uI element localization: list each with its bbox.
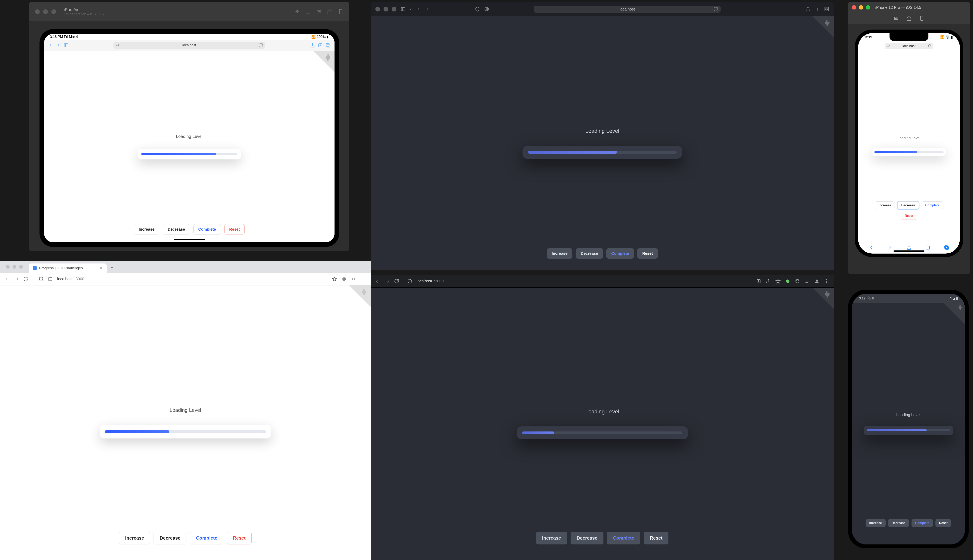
complete-button[interactable]: Complete [606,248,634,258]
home-icon[interactable] [327,9,333,14]
increase-button[interactable]: Increase [119,532,150,545]
share-icon[interactable] [806,7,811,12]
rotate-icon[interactable] [919,16,925,21]
complete-button[interactable]: Complete [911,519,933,527]
menu-icon[interactable] [824,278,829,284]
reset-button[interactable]: Reset [901,212,917,220]
bookmarks-icon[interactable] [925,245,930,250]
share-icon[interactable] [906,245,911,250]
new-tab-button[interactable]: + [107,265,117,273]
refresh-icon[interactable] [258,43,263,48]
reader-aa-icon[interactable]: aA [887,44,890,47]
increase-button[interactable]: Increase [536,532,567,545]
site-info-icon[interactable] [48,277,53,282]
url-field[interactable]: localhost [534,6,721,13]
forward-icon[interactable] [425,7,430,12]
pin-icon[interactable] [294,9,300,14]
home-icon[interactable] [906,16,911,21]
screenshot-icon[interactable] [894,16,899,21]
profile-icon[interactable] [814,278,819,284]
sidebar-icon[interactable] [64,43,69,48]
complete-button[interactable]: Complete [190,532,223,545]
increase-button[interactable]: Increase [875,202,895,209]
address-field[interactable]: localhost:3000 [416,279,444,283]
tabs-icon[interactable] [326,43,331,48]
close-window-icon[interactable] [852,5,856,10]
minimize-window-icon[interactable] [384,7,388,12]
site-info-icon[interactable] [407,278,412,284]
tabs-overview-icon[interactable] [824,7,829,12]
new-tab-icon[interactable] [815,7,820,12]
back-icon[interactable] [5,277,10,282]
back-icon[interactable] [869,245,874,250]
increase-button[interactable]: Increase [547,248,572,258]
refresh-icon[interactable] [23,277,28,282]
reset-button[interactable]: Reset [227,532,252,545]
back-icon[interactable] [375,278,380,284]
zoom-window-icon[interactable] [51,9,56,14]
zoom-window-icon[interactable] [866,5,870,10]
decrease-button[interactable]: Decrease [163,224,190,235]
increase-button[interactable]: Increase [134,224,159,235]
close-window-icon[interactable] [375,7,380,12]
decrease-button[interactable]: Decrease [898,202,919,209]
complete-button[interactable]: Complete [607,532,640,545]
window-traffic-lights[interactable] [852,5,870,10]
devtools-icon[interactable] [351,277,356,282]
rotate-icon[interactable] [338,9,343,14]
complete-button[interactable]: Complete [922,202,943,209]
forward-icon[interactable] [56,43,61,48]
minimize-window-icon[interactable] [859,5,863,10]
forward-icon[interactable] [14,277,19,282]
share-icon[interactable] [766,278,771,284]
minimize-window-icon[interactable] [43,9,48,14]
decrease-button[interactable]: Decrease [576,248,603,258]
menu-icon[interactable] [361,277,366,282]
window-traffic-lights[interactable] [6,265,23,269]
refresh-icon[interactable] [394,278,399,284]
reading-list-icon[interactable] [805,278,810,284]
reset-button[interactable]: Reset [224,224,245,235]
window-traffic-lights[interactable] [35,9,56,14]
zoom-window-icon[interactable] [19,265,23,269]
extension-icon[interactable] [341,277,346,282]
share-icon[interactable] [310,43,315,48]
back-icon[interactable] [48,43,53,48]
reset-button[interactable]: Reset [637,248,657,258]
back-icon[interactable] [416,7,421,12]
star-icon[interactable] [332,277,337,282]
tabs-icon[interactable] [944,245,949,250]
zoom-window-icon[interactable] [392,7,396,12]
refresh-icon[interactable] [713,7,718,12]
appearance-icon[interactable] [484,7,489,12]
sidebar-icon[interactable] [401,7,406,12]
reset-button[interactable]: Reset [644,532,669,545]
screenshot-icon[interactable] [305,9,311,14]
decrease-button[interactable]: Decrease [888,519,909,527]
forward-icon[interactable] [888,245,893,250]
star-icon[interactable] [776,278,781,284]
minimize-window-icon[interactable] [12,265,16,269]
reset-button[interactable]: Reset [935,519,951,527]
install-icon[interactable] [756,278,761,284]
shield-icon[interactable] [475,7,480,12]
forward-icon[interactable] [385,278,390,284]
screenshot2-icon[interactable] [316,9,322,14]
close-window-icon[interactable] [35,9,40,14]
close-tab-icon[interactable]: ✕ [100,266,103,270]
increase-button[interactable]: Increase [866,519,886,527]
decrease-button[interactable]: Decrease [570,532,604,545]
decrease-button[interactable]: Decrease [154,532,186,545]
new-tab-icon[interactable] [318,43,323,48]
extension-icon[interactable] [785,278,790,284]
refresh-icon[interactable] [928,44,931,48]
window-traffic-lights[interactable] [375,7,396,12]
browser-tab[interactable]: Progress | GUI Challenges ✕ [29,263,107,273]
url-field[interactable]: aA localhost [114,42,265,49]
url-field[interactable]: aA localhost [885,43,933,49]
extensions-puzzle-icon[interactable] [795,278,800,284]
close-window-icon[interactable] [6,265,10,269]
shield-icon[interactable] [38,277,43,282]
reader-aa-icon[interactable]: aA [116,43,119,47]
address-field[interactable]: localhost:3000 [57,277,84,281]
